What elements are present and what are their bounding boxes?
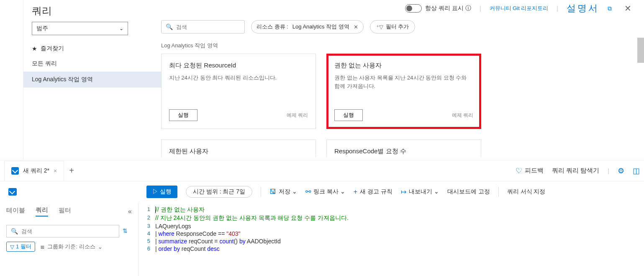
pin-label: 대시보드에 고정 <box>447 188 490 196</box>
search-input[interactable] <box>176 24 246 30</box>
bottom-controls: ▽ 1 필터 ≣ 그룹화 기준: 리소스 ⌄ <box>6 242 132 252</box>
bottom-left-panel: 테이블 쿼리 필터 « 🔍 ⇅ ▽ 1 필터 ≣ 그룹화 기준: 리소스 ⌄ <box>0 202 138 276</box>
divider <box>498 187 499 197</box>
divider: | <box>608 168 609 174</box>
run-query-button[interactable]: ▷ 실행 <box>146 186 177 198</box>
resource-type-filter[interactable]: 리소스 종류 : Log Analytics 작업 영역 ✕ <box>251 20 364 34</box>
side-query-icon[interactable] <box>8 188 17 196</box>
gear-icon[interactable]: ⚙ <box>618 166 624 175</box>
group-by-selector[interactable]: ≣ 그룹화 기준: 리소스 ⌄ <box>40 243 103 250</box>
query-card-throttled-users[interactable]: 제한된 사용자 <box>161 139 316 157</box>
panel-icon[interactable]: ◫ <box>633 166 640 175</box>
toggle-label: 항상 쿼리 표시 ⓘ <box>425 5 471 12</box>
resource-type-label: 리소스 종류 : <box>257 23 288 31</box>
save-button[interactable]: 🖫 저장 ⌄ <box>269 188 297 196</box>
bottom-tabs: 테이블 쿼리 필터 « <box>6 206 132 217</box>
save-label: 저장 ⌄ <box>279 188 297 196</box>
search-icon: 🔍 <box>11 228 18 235</box>
new-alert-label: 새 경고 규칙 <box>360 188 393 196</box>
run-button[interactable]: 실행 <box>169 109 198 121</box>
alert-icon: + <box>354 188 357 196</box>
section-label: Log Analytics 작업 영역 <box>161 42 636 49</box>
copy-link-label: 링크 복사 ⌄ <box>313 188 345 196</box>
add-filter-button[interactable]: ⁺▽ 필터 추가 <box>370 20 416 34</box>
heart-icon: ♡ <box>516 166 522 175</box>
add-filter-label: 필터 추가 <box>386 23 409 31</box>
feedback-label: 피드백 <box>525 167 544 175</box>
tab-filters[interactable]: 필터 <box>59 206 71 216</box>
card-desc: 권한 없는 사용자 목록을 지난 24시간 동안의 요청 수와 함께 가져옵니다… <box>334 74 473 109</box>
toolbar: ▷ 실행 시간 범위 : 최근 7일 🖫 저장 ⌄ ⚯ 링크 복사 ⌄ + 새 … <box>0 181 644 202</box>
tab-label: 새 쿼리 2* <box>23 167 49 175</box>
external-link-icon[interactable]: ⧉ <box>608 5 612 12</box>
run-button[interactable]: 실행 <box>334 109 363 121</box>
favorites-label: 즐겨찾기 <box>41 45 64 52</box>
filter-chip[interactable]: ▽ 1 필터 <box>6 242 35 252</box>
format-query-button[interactable]: 쿼리 서식 지정 <box>507 188 546 196</box>
feedback-link[interactable]: ♡ 피드백 <box>516 166 544 175</box>
star-icon: ★ <box>32 45 37 52</box>
nav-la-workspace[interactable]: Log Analytics 작업 영역 <box>23 72 161 88</box>
format-label: 쿼리 서식 지정 <box>507 188 546 196</box>
new-alert-button[interactable]: + 새 경고 규칙 <box>354 188 393 196</box>
scrollbar[interactable] <box>637 38 644 63</box>
chevron-down-icon: ⌄ <box>98 244 103 250</box>
funnel-icon: ▽ <box>10 244 14 250</box>
category-label: 범주 <box>36 25 48 32</box>
example-query-label: 예제 쿼리 <box>452 112 473 119</box>
cards-container: 최다 요청된 ResourceId 지난 24시간 동안 최다 쿼리된 리소스입… <box>161 54 636 129</box>
copy-link-button[interactable]: ⚯ 링크 복사 ⌄ <box>305 188 345 196</box>
nav-all-queries[interactable]: 모든 쿼리 <box>23 56 161 72</box>
close-tab-icon[interactable]: × <box>54 168 57 174</box>
link-icon: ⚯ <box>305 188 311 196</box>
clear-filter-icon[interactable]: ✕ <box>354 24 358 30</box>
divider: | <box>480 5 481 12</box>
page-title: 쿼리 <box>23 4 161 22</box>
toggle-switch[interactable] <box>405 4 422 13</box>
category-select[interactable]: 범주 ⌄ <box>32 22 128 35</box>
divider: | <box>557 5 558 12</box>
pin-dashboard-button[interactable]: 대시보드에 고정 <box>447 188 490 196</box>
card-title: ResponseCode별 요청 수 <box>334 147 473 155</box>
card-title: 최다 요청된 ResourceId <box>169 62 308 70</box>
tab-queries[interactable]: 쿼리 <box>36 206 48 217</box>
query-card-most-requested[interactable]: 최다 요청된 ResourceId 지난 24시간 동안 최다 쿼리된 리소스입… <box>161 54 316 129</box>
bottom-search-box[interactable]: 🔍 <box>6 225 119 237</box>
time-range-selector[interactable]: 시간 범위 : 최근 7일 <box>186 186 252 198</box>
filter-count-label: 1 필터 <box>16 243 31 250</box>
funnel-plus-icon: ⁺▽ <box>376 24 383 30</box>
code-editor[interactable]: 1// 권한 없는 사용자2// 지난 24시간 동안의 권한 없는 사용자 목… <box>138 202 644 276</box>
documentation-link[interactable]: 설명서 <box>567 2 599 15</box>
sort-icon[interactable]: ⇅ <box>123 227 128 234</box>
always-show-toggle[interactable]: 항상 쿼리 표시 ⓘ <box>405 4 471 13</box>
bottom-search-input[interactable] <box>21 228 115 235</box>
query-card-response-code[interactable]: ResponseCode별 요청 수 <box>326 139 481 157</box>
search-icon: 🔍 <box>166 23 173 30</box>
card-desc: 지난 24시간 동안 최다 쿼리된 리소스입니다. <box>169 74 308 109</box>
card-title: 권한 없는 사용자 <box>334 62 473 70</box>
export-button[interactable]: ↦ 내보내기 ⌄ <box>401 188 439 196</box>
export-label: 내보내기 ⌄ <box>409 188 439 196</box>
resource-type-value: Log Analytics 작업 영역 <box>292 23 349 31</box>
export-icon: ↦ <box>401 188 406 196</box>
main-area: 항상 쿼리 표시 ⓘ | 커뮤니티 Git 리포지토리 | 설명서 ⧉ ✕ 🔍 … <box>161 0 644 160</box>
tab-new-query-2[interactable]: 새 쿼리 2* × <box>4 161 64 181</box>
add-tab-button[interactable]: + <box>64 166 79 175</box>
query-card-unauthorized-users[interactable]: 권한 없는 사용자 권한 없는 사용자 목록을 지난 24시간 동안의 요청 수… <box>326 54 481 129</box>
query-tab-icon <box>11 167 19 175</box>
search-box[interactable]: 🔍 <box>161 20 245 34</box>
example-query-label: 예제 쿼리 <box>287 112 308 119</box>
filter-bar: 🔍 리소스 종류 : Log Analytics 작업 영역 ✕ ⁺▽ 필터 추… <box>161 20 636 34</box>
left-panel: 쿼리 범주 ⌄ ★ 즐겨찾기 모든 쿼리 Log Analytics 작업 영역 <box>23 0 161 160</box>
query-explorer-link[interactable]: 쿼리 쿼리 탐색기 <box>552 167 599 175</box>
query-explorer-label: 쿼리 쿼리 탐색기 <box>552 167 599 175</box>
close-icon[interactable]: ✕ <box>624 3 631 13</box>
collapse-panel-icon[interactable]: « <box>128 208 132 215</box>
tabs-section: 새 쿼리 2* × + ♡ 피드백 쿼리 쿼리 탐색기 | ⚙ ◫ <box>0 160 644 181</box>
tab-tables[interactable]: 테이블 <box>6 206 25 216</box>
community-git-link[interactable]: 커뮤니티 Git 리포지토리 <box>490 5 549 12</box>
header-bar: 항상 쿼리 표시 ⓘ | 커뮤니티 Git 리포지토리 | 설명서 ⧉ ✕ <box>161 0 636 17</box>
favorites-row[interactable]: ★ 즐겨찾기 <box>23 41 161 56</box>
list-icon: ≣ <box>40 244 45 250</box>
group-by-label: 그룹화 기준: 리소스 <box>47 243 95 250</box>
